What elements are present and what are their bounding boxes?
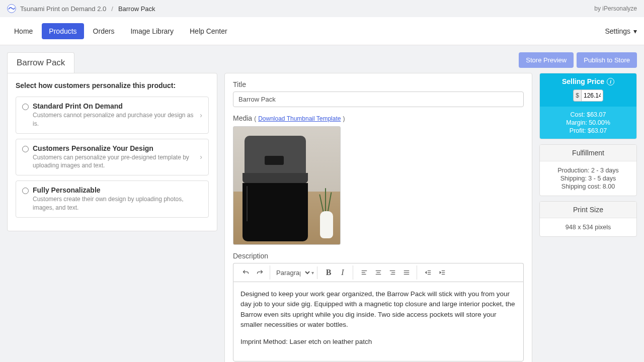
description-label: Description [233, 252, 524, 260]
option-title: Standard Print On Demand [33, 102, 196, 110]
nav-help-center[interactable]: Help Center [183, 23, 234, 39]
chevron-down-icon: ▾ [311, 270, 314, 276]
align-left-button[interactable] [357, 265, 371, 280]
editor-toolbar: Paragraph ▾ B I [233, 263, 524, 282]
option-desc: Customers cannot personalize and purchas… [33, 111, 196, 128]
title-label: Title [233, 80, 524, 88]
redo-button[interactable] [253, 265, 267, 280]
shipping-cost-line: Shipping cost: 8.00 [544, 183, 632, 191]
currency-symbol: $ [573, 89, 581, 102]
shipping-line: Shipping: 3 - 5 days [544, 174, 632, 183]
align-justify-button[interactable] [399, 265, 414, 280]
option-title: Fully Personalizable [33, 186, 202, 194]
description-paragraph: Designed to keep your work gear organize… [240, 289, 516, 330]
description-paragraph: Imprint Method: Laser etch on leather pa… [240, 337, 516, 347]
media-label: Media [233, 114, 252, 122]
description-editor[interactable]: Designed to keep your work gear organize… [233, 282, 524, 361]
publish-button[interactable]: Publish to Store [577, 52, 637, 68]
title-input[interactable] [233, 92, 524, 107]
byline: by iPersonalyze [594, 5, 637, 12]
italic-button[interactable]: I [336, 265, 350, 280]
nav-products[interactable]: Products [42, 23, 84, 39]
app-header: Tsunami Print on Demand 2.0 / Barrow Pac… [0, 0, 644, 17]
option-fully-radio[interactable] [22, 188, 29, 194]
print-size-header: Print Size [540, 202, 636, 218]
option-desc: Customers create their own design by upl… [33, 195, 202, 212]
store-preview-button[interactable]: Store Preview [519, 52, 574, 68]
personalize-heading: Select how customers personalize this pr… [16, 81, 209, 89]
nav-orders[interactable]: Orders [86, 23, 122, 39]
option-standard-pod[interactable]: Standard Print On Demand Customers canno… [16, 97, 209, 134]
product-thumbnail[interactable] [233, 126, 341, 245]
settings-dropdown[interactable]: Settings ▾ [605, 27, 637, 35]
align-center-button[interactable] [371, 265, 385, 280]
download-template-link[interactable]: Download Thumbnail Template [258, 115, 341, 122]
option-customers-radio[interactable] [22, 146, 29, 152]
option-title: Customers Personalize Your Design [33, 144, 196, 152]
brand-wave-icon [7, 4, 16, 13]
breadcrumb-app[interactable]: Tsunami Print on Demand 2.0 [20, 5, 106, 13]
personalize-panel: Select how customers personalize this pr… [7, 73, 217, 231]
nav-image-library[interactable]: Image Library [123, 23, 181, 39]
format-select[interactable]: Paragraph [271, 266, 311, 279]
option-fully-personalizable[interactable]: Fully Personalizable Customers create th… [16, 180, 209, 218]
nav-home[interactable]: Home [7, 23, 40, 39]
margin-line: Margin: 50.00% [543, 119, 633, 127]
profit-line: Profit: $63.07 [543, 127, 633, 135]
fulfillment-card: Fulfillment Production: 2 - 3 days Shipp… [539, 144, 637, 196]
option-desc: Customers can personalize your pre-desig… [33, 153, 196, 170]
product-tab[interactable]: Barrow Pack [7, 52, 74, 73]
print-size-card: Print Size 948 x 534 pixels [539, 201, 637, 237]
breadcrumb-sep: / [111, 5, 113, 13]
cost-line: Cost: $63.07 [543, 111, 633, 119]
option-standard-radio[interactable] [22, 104, 29, 110]
outdent-button[interactable] [421, 265, 435, 280]
bold-button[interactable]: B [321, 265, 336, 280]
undo-button[interactable] [238, 265, 253, 280]
align-right-button[interactable] [385, 265, 399, 280]
fulfillment-header: Fulfillment [540, 145, 636, 161]
print-size-value: 948 x 534 pixels [544, 223, 632, 231]
caret-down-icon: ▾ [633, 27, 637, 35]
pricing-header: Selling Price [562, 77, 604, 85]
chevron-right-icon: › [200, 111, 202, 119]
chevron-right-icon: › [200, 153, 202, 161]
production-line: Production: 2 - 3 days [544, 166, 632, 174]
breadcrumb-current: Barrow Pack [118, 5, 155, 13]
product-form: Title Media ( Download Thumbnail Templat… [224, 73, 532, 362]
settings-label: Settings [605, 27, 630, 35]
pricing-card: Selling Price i $ Cost: $63.07 Margin: 5… [539, 73, 637, 139]
indent-button[interactable] [435, 265, 449, 280]
main-nav: Home Products Orders Image Library Help … [0, 17, 644, 45]
info-icon[interactable]: i [607, 78, 614, 85]
option-customers-personalize[interactable]: Customers Personalize Your Design Custom… [16, 139, 209, 176]
selling-price-input[interactable] [581, 89, 603, 102]
